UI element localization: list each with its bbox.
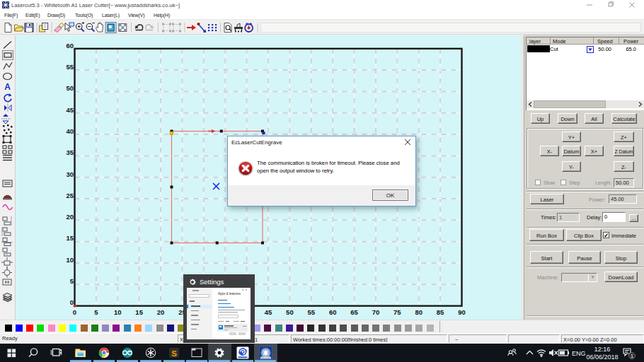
svg-text:06/06/2018: 06/06/2018 bbox=[586, 354, 618, 361]
svg-text:S: S bbox=[171, 349, 177, 358]
svg-text:ENG: ENG bbox=[572, 350, 586, 357]
svg-text:1: 1 bbox=[631, 353, 634, 359]
svg-text:12:16: 12:16 bbox=[594, 346, 611, 353]
